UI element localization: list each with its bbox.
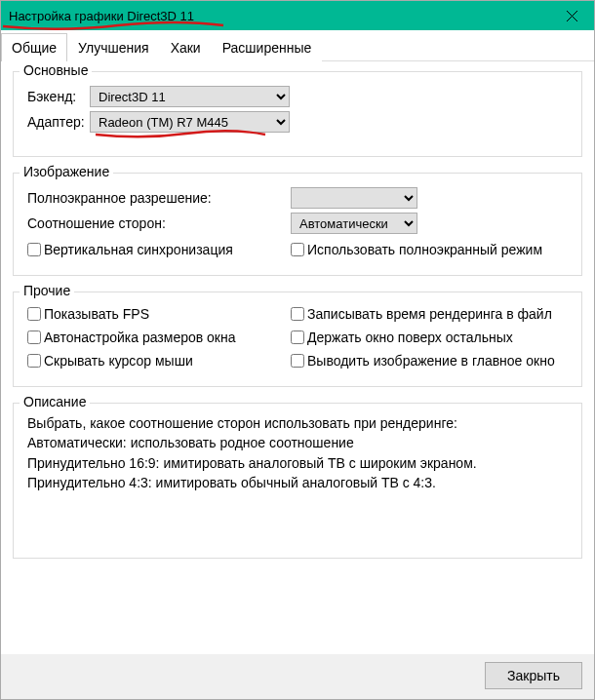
render-to-main-label: Выводить изображение в главное окно: [307, 353, 555, 369]
desc-line: Автоматически: использовать родное соотн…: [27, 433, 568, 452]
desc-line: Принудительно 16:9: имитировать аналогов…: [27, 453, 568, 473]
fullscreen-res-select[interactable]: [291, 187, 417, 209]
group-misc-legend: Прочие: [20, 283, 74, 298]
log-render-time-label: Записывать время рендеринга в файл: [307, 306, 552, 322]
desc-line: Выбрать, какое соотношение сторон исполь…: [27, 413, 568, 433]
group-misc: Прочие Показывать FPS Записывать время р…: [13, 292, 582, 387]
log-render-time-row: Записывать время рендеринга в файл: [291, 306, 552, 322]
backend-select[interactable]: Direct3D 11: [90, 86, 290, 107]
on-top-row: Держать окно поверх остальных: [291, 330, 540, 345]
tab-bar: Общие Улучшения Хаки Расширенные: [1, 30, 594, 61]
group-basic-legend: Основные: [20, 62, 92, 78]
fullscreen-mode-checkbox-row: Использовать полноэкранный режим: [291, 242, 542, 257]
fullscreen-mode-checkbox[interactable]: [291, 243, 304, 256]
dialog-window: Настройка графики Direct3D 11 Общие Улуч…: [0, 0, 595, 700]
group-description: Описание Выбрать, какое соотношение стор…: [13, 403, 582, 559]
hide-cursor-label: Скрывать курсор мыши: [44, 353, 193, 369]
show-fps-label: Показывать FPS: [44, 306, 149, 322]
autoadjust-checkbox[interactable]: [27, 331, 41, 344]
vsync-checkbox-row: Вертикальная синхронизация: [27, 242, 277, 257]
group-desc-legend: Описание: [20, 394, 90, 409]
log-render-time-checkbox[interactable]: [291, 307, 304, 321]
tab-enhance[interactable]: Улучшения: [67, 33, 160, 61]
tab-advanced[interactable]: Расширенные: [212, 33, 323, 61]
adapter-label: Адаптер:: [27, 114, 90, 130]
tab-general[interactable]: Общие: [1, 33, 67, 61]
tab-hacks[interactable]: Хаки: [160, 33, 212, 61]
group-image: Изображение Полноэкранное разрешение: Со…: [13, 173, 582, 276]
hide-cursor-checkbox[interactable]: [27, 354, 41, 368]
desc-line: Принудительно 4:3: имитировать обычный а…: [27, 473, 568, 492]
aspect-label: Соотношение сторон:: [27, 215, 291, 231]
close-icon: [567, 11, 577, 21]
fullscreen-mode-label: Использовать полноэкранный режим: [307, 242, 542, 257]
fullscreen-res-label: Полноэкранное разрешение:: [27, 190, 291, 206]
dialog-footer: Закрыть: [1, 654, 594, 699]
window-title: Настройка графики Direct3D 11: [9, 9, 194, 23]
group-image-legend: Изображение: [20, 164, 113, 179]
vsync-checkbox[interactable]: [27, 243, 41, 256]
hide-cursor-row: Скрывать курсор мыши: [27, 353, 277, 369]
aspect-select[interactable]: Автоматически: [291, 213, 417, 234]
titlebar: Настройка графики Direct3D 11: [1, 1, 594, 30]
on-top-checkbox[interactable]: [291, 331, 304, 344]
show-fps-row: Показывать FPS: [27, 306, 277, 322]
backend-label: Бэкенд:: [27, 89, 90, 104]
show-fps-checkbox[interactable]: [27, 307, 41, 321]
adapter-select[interactable]: Radeon (TM) R7 M445: [90, 111, 290, 133]
render-to-main-checkbox[interactable]: [291, 354, 304, 368]
group-basic: Основные Бэкенд: Direct3D 11 Адаптер: Ra…: [13, 71, 582, 157]
close-button[interactable]: [549, 1, 594, 30]
tab-content: Основные Бэкенд: Direct3D 11 Адаптер: Ra…: [1, 61, 594, 654]
autoadjust-row: Автонастройка размеров окна: [27, 330, 277, 345]
close-dialog-button[interactable]: Закрыть: [485, 662, 582, 689]
on-top-label: Держать окно поверх остальных: [307, 330, 513, 345]
autoadjust-label: Автонастройка размеров окна: [44, 330, 236, 345]
vsync-label: Вертикальная синхронизация: [44, 242, 233, 257]
render-to-main-row: Выводить изображение в главное окно: [291, 353, 555, 369]
